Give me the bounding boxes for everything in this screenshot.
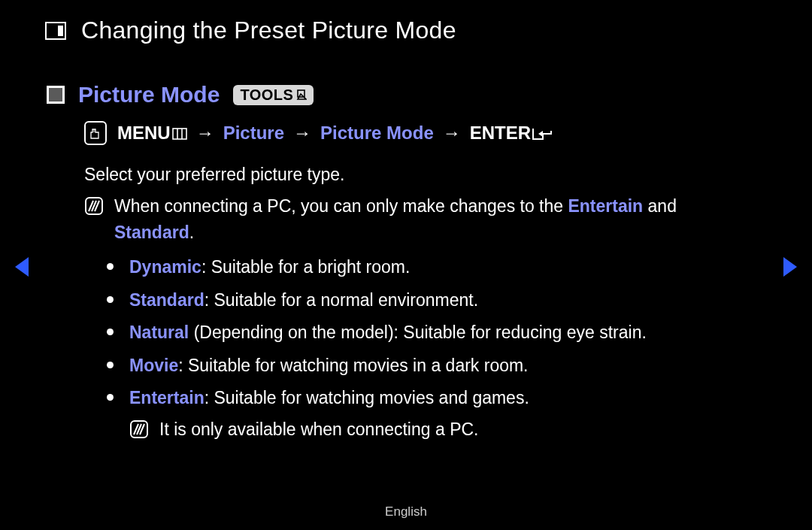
mode-desc: : Suitable for watching movies in a dark…: [178, 356, 528, 375]
tools-label: TOOLS: [240, 86, 293, 104]
path-picture-mode: Picture Mode: [320, 123, 434, 144]
triangle-left-icon: [15, 257, 29, 277]
language-label: English: [0, 504, 812, 519]
manual-page: Changing the Preset Picture Mode Picture…: [0, 0, 812, 530]
list-item: Standard: Suitable for a normal environm…: [114, 287, 759, 314]
next-page-button[interactable]: [783, 257, 797, 277]
note-icon: [129, 419, 149, 439]
note-icon: [84, 196, 104, 216]
intro-text: Select your preferred picture type.: [84, 162, 759, 189]
mode-name: Movie: [129, 356, 178, 375]
list-item: Entertain: Suitable for watching movies …: [114, 385, 759, 443]
mode-list: Dynamic: Suitable for a bright room. Sta…: [84, 254, 759, 444]
book-icon: [45, 22, 66, 40]
section: Picture Mode TOOLS: [47, 82, 759, 444]
tools-menu-icon: [296, 89, 307, 100]
mode-desc: : Suitable for a normal environment.: [205, 290, 478, 310]
sub-note-text: It is only available when connecting a P…: [159, 416, 478, 444]
menu-grid-icon: [172, 128, 187, 140]
list-item: Dynamic: Suitable for a bright room.: [114, 254, 759, 281]
section-title: Picture Mode: [78, 82, 220, 108]
svg-rect-1: [58, 26, 63, 36]
tools-badge: TOOLS: [233, 85, 314, 105]
svg-marker-7: [538, 131, 543, 137]
mode-desc: : Suitable for watching movies and games…: [205, 388, 529, 407]
prev-page-button[interactable]: [15, 257, 29, 277]
arrow-1: →: [196, 123, 214, 144]
list-item: Movie: Suitable for watching movies in a…: [114, 353, 759, 380]
arrow-2: →: [293, 123, 311, 144]
section-header: Picture Mode TOOLS: [47, 82, 759, 108]
mode-name: Standard: [129, 290, 205, 310]
list-item: Natural (Depending on the model): Suitab…: [114, 320, 759, 347]
svg-rect-4: [173, 129, 186, 139]
page-title-row: Changing the Preset Picture Mode: [45, 17, 759, 44]
arrow-3: →: [443, 123, 461, 144]
square-bullet-icon: [47, 86, 65, 104]
mode-name: Entertain: [129, 388, 205, 407]
enter-label: ENTER: [470, 123, 552, 144]
mode-name: Natural: [129, 323, 189, 342]
menu-path: MENU → Picture → Picture Mode → ENTER: [84, 121, 759, 145]
mode-desc: : Suitable for a bright room.: [201, 257, 410, 277]
body: Select your preferred picture type. When…: [84, 162, 759, 444]
content-area: Changing the Preset Picture Mode Picture…: [0, 0, 812, 444]
triangle-right-icon: [783, 257, 797, 277]
path-picture: Picture: [223, 123, 284, 144]
remote-icon: [84, 121, 107, 145]
menu-label: MENU: [117, 123, 187, 144]
sub-note-row: It is only available when connecting a P…: [129, 416, 759, 444]
mode-name: Dynamic: [129, 257, 201, 277]
enter-icon: [532, 126, 552, 141]
note-text: When connecting a PC, you can only make …: [114, 193, 759, 247]
mode-desc: (Depending on the model): Suitable for r…: [189, 323, 647, 342]
page-title: Changing the Preset Picture Mode: [81, 17, 456, 44]
note-row: When connecting a PC, you can only make …: [84, 193, 759, 247]
